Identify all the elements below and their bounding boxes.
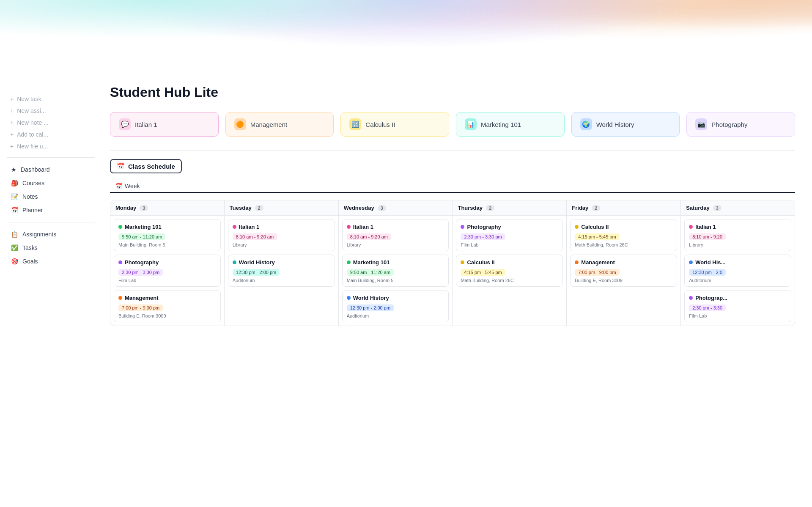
event-location: Auditorium — [689, 278, 787, 283]
quick-action-label: New assi... — [17, 107, 46, 114]
day-count: 2 — [255, 205, 263, 211]
event-card[interactable]: Marketing 101 9:50 am - 11:20 am Main Bu… — [114, 219, 221, 251]
event-location: Film Lab — [689, 313, 787, 318]
assignments-icon: 📋 — [11, 231, 18, 238]
event-card[interactable]: Photography 2:30 pm - 3:30 pm Film Lab — [456, 219, 563, 251]
day-count: 3 — [713, 205, 721, 211]
event-card[interactable]: World His... 12:30 pm - 2:0 Auditorium — [684, 255, 791, 287]
quick-action-new-note[interactable]: +New note ... — [7, 117, 95, 129]
event-card[interactable]: Management 7:00 pm - 9:00 pm Building E,… — [570, 255, 677, 287]
event-card[interactable]: Italian 1 8:10 am - 9:20 Library — [684, 219, 791, 251]
course-card-marketing101[interactable]: 📊 Marketing 101 — [456, 112, 565, 137]
day-header: Monday 3 — [110, 200, 224, 216]
event-card[interactable]: Calculus II 4:15 pm - 5:45 pm Math Build… — [570, 219, 677, 251]
quick-action-new-assignment[interactable]: +New assi... — [7, 105, 95, 117]
course-label: Italian 1 — [135, 121, 157, 128]
event-location: Library — [233, 242, 330, 247]
plus-icon: + — [10, 96, 14, 102]
nav-label: Planner — [22, 207, 43, 214]
day-count: 2 — [486, 205, 494, 211]
event-location: Math Building, Room 26C — [575, 242, 672, 247]
sidebar-item-planner[interactable]: 📅Planner — [7, 203, 95, 217]
italian1-icon: 💬 — [119, 118, 131, 130]
event-location: Math Building, Room 26C — [461, 278, 558, 283]
day-col-monday: Monday 3 Marketing 101 9:50 am - 11:20 a… — [110, 200, 225, 326]
event-time: 8:10 am - 9:20 — [689, 233, 726, 240]
sidebar-item-dashboard[interactable]: ★Dashboard — [7, 163, 95, 176]
calendar-icon: 📅 — [117, 162, 125, 170]
event-dot — [118, 296, 122, 300]
course-card-worldhistory[interactable]: 🌍 World History — [571, 112, 680, 137]
event-card[interactable]: Photograp... 2:30 pm - 3:30 Film Lab — [684, 290, 791, 322]
event-card[interactable]: Calculus II 4:15 pm - 5:45 pm Math Build… — [456, 255, 563, 287]
sidebar-divider-2 — [7, 222, 95, 222]
sidebar-item-tasks[interactable]: ✅Tasks — [7, 241, 95, 255]
event-location: Main Building, Room 5 — [347, 278, 444, 283]
course-label: Photography — [711, 121, 747, 128]
event-card[interactable]: Italian 1 8:10 am - 9:20 am Library — [228, 219, 335, 251]
day-events: Italian 1 8:10 am - 9:20 am Library Worl… — [225, 216, 338, 290]
day-name: Tuesday — [230, 205, 252, 211]
event-name: Marketing 101 — [347, 259, 444, 266]
sidebar-item-goals[interactable]: 🎯Goals — [7, 255, 95, 268]
week-tab[interactable]: 📅 Week — [110, 180, 795, 193]
day-col-thursday: Thursday 2 Photography 2:30 pm - 3:30 pm… — [453, 200, 567, 326]
event-time: 9:50 am - 11:20 am — [347, 269, 394, 276]
plus-icon: + — [10, 107, 14, 114]
event-name: Italian 1 — [233, 224, 330, 230]
main-content: Student Hub Lite 💬 Italian 1 🟠 Managemen… — [102, 0, 812, 507]
plus-icon: + — [10, 119, 14, 126]
day-header: Wednesday 3 — [339, 200, 453, 216]
quick-action-new-file[interactable]: +New file u... — [7, 140, 95, 152]
event-name: World History — [233, 259, 330, 266]
event-time: 8:10 am - 9:20 am — [347, 233, 391, 240]
event-name: Photograp... — [689, 295, 787, 301]
sidebar-item-notes[interactable]: 📝Notes — [7, 190, 95, 203]
course-card-italian1[interactable]: 💬 Italian 1 — [110, 112, 219, 137]
event-dot — [689, 260, 693, 264]
event-name: Italian 1 — [689, 224, 787, 230]
day-events: Calculus II 4:15 pm - 5:45 pm Math Build… — [567, 216, 680, 290]
sidebar-divider — [7, 157, 95, 158]
event-location: Building E, Room 3009 — [118, 313, 216, 318]
quick-action-add-calendar[interactable]: +Add to cal... — [7, 129, 95, 140]
sidebar-item-assignments[interactable]: 📋Assignments — [7, 227, 95, 241]
event-dot — [347, 296, 351, 300]
event-card[interactable]: Marketing 101 9:50 am - 11:20 am Main Bu… — [342, 255, 449, 287]
goals-icon: 🎯 — [11, 258, 18, 265]
notes-icon: 📝 — [11, 193, 18, 200]
event-card[interactable]: World History 12:30 pm - 2:00 pm Auditor… — [228, 255, 335, 287]
event-dot — [118, 225, 122, 229]
event-time: 4:15 pm - 5:45 pm — [575, 233, 619, 240]
event-name: Calculus II — [575, 224, 672, 230]
course-card-photography[interactable]: 📷 Photography — [686, 112, 795, 137]
event-card[interactable]: Italian 1 8:10 am - 9:20 am Library — [342, 219, 449, 251]
event-location: Building E, Room 3009 — [575, 278, 672, 283]
event-name: World History — [347, 295, 444, 301]
event-time: 7:00 pm - 9:00 pm — [118, 304, 163, 311]
day-events: Photography 2:30 pm - 3:30 pm Film Lab C… — [453, 216, 566, 290]
quick-action-label: New file u... — [17, 143, 48, 150]
event-card[interactable]: Management 7:00 pm - 9:00 pm Building E,… — [114, 290, 221, 322]
event-name: Photography — [118, 259, 216, 266]
day-events: Marketing 101 9:50 am - 11:20 am Main Bu… — [110, 216, 224, 326]
class-schedule-badge[interactable]: 📅 Class Schedule — [110, 159, 182, 173]
quick-action-new-task[interactable]: +New task — [7, 93, 95, 105]
event-dot — [118, 260, 122, 264]
event-card[interactable]: Photography 2:30 pm - 3:30 pm Film Lab — [114, 255, 221, 287]
event-name: Calculus II — [461, 259, 558, 266]
day-col-tuesday: Tuesday 2 Italian 1 8:10 am - 9:20 am Li… — [225, 200, 339, 326]
event-dot — [575, 260, 579, 264]
sidebar-item-courses[interactable]: 🎒Courses — [7, 176, 95, 190]
course-card-calculus2[interactable]: 🔢 Calculus II — [340, 112, 449, 137]
course-label: Marketing 101 — [481, 121, 521, 128]
event-name: World His... — [689, 259, 787, 266]
event-location: Auditorium — [233, 278, 330, 283]
day-header: Thursday 2 — [453, 200, 566, 216]
course-card-management[interactable]: 🟠 Management — [225, 112, 334, 137]
event-card[interactable]: World History 12:30 pm - 2:00 pm Auditor… — [342, 290, 449, 322]
quick-action-label: Add to cal... — [17, 131, 48, 138]
nav-label: Goals — [22, 258, 38, 265]
planner-icon: 📅 — [11, 207, 18, 214]
day-count: 3 — [378, 205, 386, 211]
